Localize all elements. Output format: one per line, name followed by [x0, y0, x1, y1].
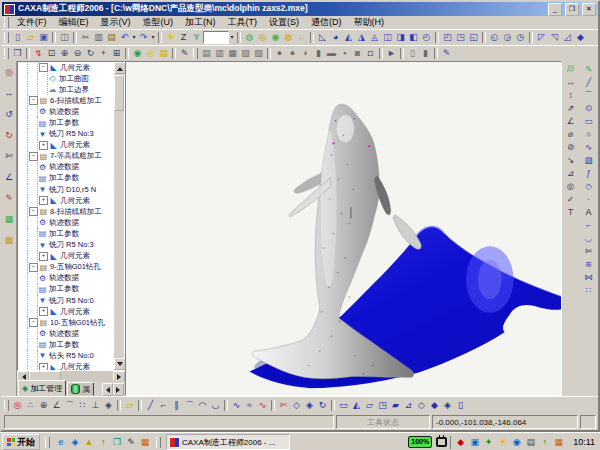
pick-filter-icon[interactable]: ✎ — [178, 47, 191, 60]
copy-icon[interactable]: ▥ — [92, 31, 105, 44]
light-icon[interactable]: ◎ — [144, 47, 157, 60]
tree-item[interactable]: ◇加工曲面 — [18, 73, 113, 84]
tree-vertical-scrollbar[interactable] — [113, 62, 124, 370]
path-properties-icon[interactable]: ▪ — [338, 47, 351, 60]
tab-machining-manager[interactable]: ◈ 加工管理 — [18, 380, 66, 396]
print-icon[interactable]: ◫ — [58, 31, 71, 44]
material-icon[interactable]: ◉ — [131, 47, 144, 60]
surface-array-icon[interactable]: ◿ — [561, 31, 574, 44]
tree-item[interactable]: ▤加工参数 — [18, 228, 113, 239]
tray-icon-2[interactable]: ▣ — [468, 436, 481, 449]
curve-rotate-icon[interactable]: ↻ — [316, 399, 329, 412]
tree-item[interactable]: −▤10-五轴G01钻孔 — [18, 317, 113, 328]
render-settings-icon[interactable]: ▦ — [3, 213, 15, 225]
redraw-icon[interactable]: ↯ — [32, 47, 45, 60]
toolpath-delete-icon[interactable]: ▨ — [252, 47, 265, 60]
close-button[interactable]: ✕ — [582, 3, 596, 16]
spline-edit-icon[interactable]: ∿ — [256, 399, 269, 412]
tree-expand-toggle[interactable]: − — [29, 152, 38, 161]
tree-item[interactable]: ☁加工边界 — [18, 84, 113, 95]
wireframe-mode-icon[interactable]: Z — [177, 31, 190, 44]
tabs-scroll-right-button[interactable] — [113, 383, 124, 396]
post-process-icon[interactable]: ● — [273, 47, 286, 60]
3d-viewport[interactable] — [125, 61, 562, 396]
tray-icon-4[interactable]: ☀ — [496, 436, 509, 449]
zoom-window-icon[interactable]: ⊡ — [45, 47, 58, 60]
ruled-surface-icon[interactable]: ◺ — [316, 31, 329, 44]
tray-icon-8[interactable]: ▦ — [552, 436, 565, 449]
save-file-icon[interactable]: ▣ — [37, 31, 50, 44]
menu-model[interactable]: 造型(U) — [137, 17, 180, 27]
cut-icon[interactable]: ✂ — [79, 31, 92, 44]
ql-shield-icon[interactable]: ▲ — [83, 436, 95, 448]
tab-layers[interactable]: 属 — [67, 382, 94, 396]
tree-item[interactable]: ▤加工参数 — [18, 173, 113, 184]
snap-settings-icon[interactable]: ◈ — [102, 399, 115, 412]
tree-item[interactable]: ⚙轨迹数据 — [18, 273, 113, 284]
plane-curve-icon[interactable]: ▯ — [454, 399, 467, 412]
trim-icon[interactable]: ✄ — [581, 245, 596, 257]
line-parallel-icon[interactable]: ∥ — [170, 399, 183, 412]
view-redo-icon[interactable]: ↻ — [3, 129, 15, 141]
ortho-toggle-icon[interactable]: ⊥ — [89, 399, 102, 412]
plane-yz-icon[interactable]: ◭ — [350, 399, 363, 412]
text-icon[interactable]: A — [581, 206, 596, 218]
ellipse-icon[interactable]: ○ — [581, 128, 596, 140]
measure-angle-icon[interactable]: ∠ — [3, 171, 15, 183]
tree-item[interactable]: −▤8-扫描线精加工 — [18, 206, 113, 217]
formula-curve-icon[interactable]: ƒ — [581, 167, 596, 179]
generate-gcode-icon[interactable]: ● — [286, 47, 299, 60]
point-tool-icon[interactable]: ∴ — [24, 399, 37, 412]
quicklaunch-grip[interactable] — [45, 437, 50, 448]
angle-tool-icon[interactable]: ∠ — [50, 399, 63, 412]
path-clean-icon[interactable]: ► — [385, 47, 398, 60]
line-two-point-icon[interactable]: ╱ — [144, 399, 157, 412]
tree-item[interactable]: −▤6-扫描线粗加工 — [18, 95, 113, 106]
ql-ie-icon[interactable]: e — [55, 436, 67, 448]
tree-item[interactable]: +◣几何元素 — [18, 195, 113, 206]
rotate-view-icon[interactable]: ↻ — [84, 47, 97, 60]
datum-icon[interactable]: ⊿ — [563, 167, 578, 179]
menu-help[interactable]: 帮助(H) — [348, 17, 391, 27]
tree-expand-toggle[interactable]: − — [29, 96, 38, 105]
ql-notes-icon[interactable]: ✎ — [125, 436, 137, 448]
tree-item[interactable]: ▤加工参数 — [18, 117, 113, 128]
circle-icon[interactable]: ⊙ — [581, 102, 596, 114]
tangent-tool-icon[interactable]: ⌒ — [63, 399, 76, 412]
plane-offset-icon[interactable]: ▰ — [389, 399, 402, 412]
layer-settings-icon[interactable]: ▤ — [157, 47, 170, 60]
arc-three-point-icon[interactable]: ⌒ — [183, 399, 196, 412]
plane-xy-icon[interactable]: ▭ — [337, 399, 350, 412]
iso-view-icon[interactable]: ◍ — [243, 31, 256, 44]
arc-tangent-icon[interactable]: ◡ — [209, 399, 222, 412]
tree-item[interactable]: ⚙轨迹数据 — [18, 106, 113, 117]
tree-item[interactable]: −▤7-等高线粗加工 — [18, 151, 113, 162]
query-distance-icon[interactable]: ↔ — [3, 87, 15, 99]
tree-item[interactable]: ▼铣刀 R5 No:3 — [18, 240, 113, 251]
view-undo-icon[interactable]: ↺ — [3, 108, 15, 120]
chamfer-icon[interactable]: ⌐ — [581, 219, 596, 231]
tree-expand-toggle[interactable]: − — [29, 207, 38, 216]
render-mode-icon[interactable]: ☀ — [164, 31, 177, 44]
display-style-dropdown[interactable] — [203, 31, 229, 44]
texture-icon[interactable]: ▩ — [3, 234, 15, 246]
tree-item[interactable]: ▤加工参数 — [18, 339, 113, 350]
fillet-solid-icon[interactable]: ◱ — [467, 31, 480, 44]
fit-view-icon[interactable]: ⊞ — [110, 47, 123, 60]
tree-item[interactable]: ⚙轨迹数据 — [18, 328, 113, 339]
dim-aligned-icon[interactable]: ⇗ — [563, 102, 578, 114]
tree-expand-toggle[interactable]: + — [39, 363, 48, 370]
tabs-scroll-left-button[interactable] — [102, 383, 113, 396]
menu-comm[interactable]: 通信(D) — [305, 17, 348, 27]
zoom-out-icon[interactable]: ⊖ — [71, 47, 84, 60]
tree-item[interactable]: ▼铣刀 R5 No:0 — [18, 295, 113, 306]
start-button[interactable]: 开始 — [2, 434, 40, 450]
ql-outlook-icon[interactable]: ◈ — [69, 436, 81, 448]
query-coordinate-icon[interactable]: ◎ — [3, 66, 15, 78]
tree-item[interactable]: +◣几何元素 — [18, 251, 113, 262]
tree-expand-toggle[interactable]: + — [39, 307, 48, 316]
array-icon[interactable]: ∷ — [581, 284, 596, 296]
toolbar-grip[interactable] — [4, 48, 9, 59]
toolpath-copy-icon[interactable]: ▦ — [226, 47, 239, 60]
surface-mirror-icon[interactable]: ◹ — [548, 31, 561, 44]
